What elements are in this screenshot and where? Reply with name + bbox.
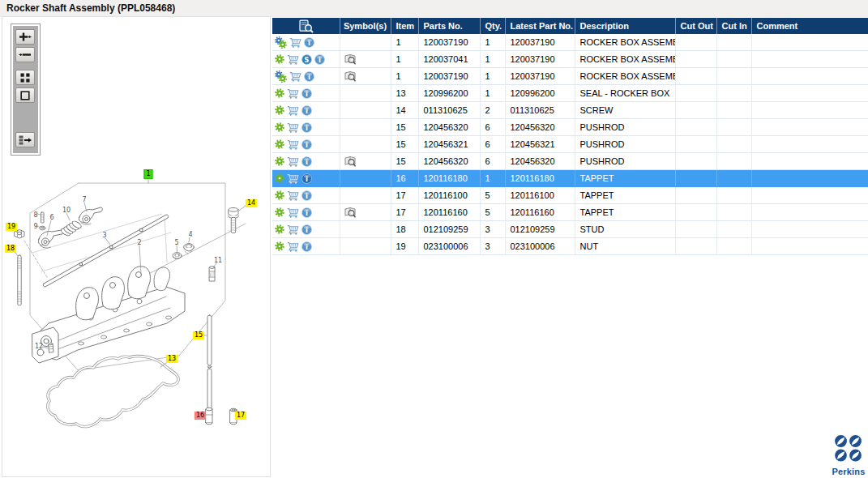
add-to-cart-icon[interactable]	[289, 37, 301, 48]
cell-comment	[751, 68, 868, 85]
table-row[interactable]: i11200371901120037190ROCKER BOX ASSEMBLY	[272, 34, 868, 51]
cell-comment	[751, 170, 868, 187]
part-callout-15[interactable]: 15	[193, 331, 204, 339]
part-callout-19[interactable]: 19	[6, 223, 17, 231]
part-callout-16[interactable]: 16	[195, 412, 206, 420]
info-icon[interactable]: i	[304, 37, 314, 48]
column-header-comment[interactable]: Comment	[751, 18, 868, 34]
info-icon[interactable]: i	[301, 207, 312, 218]
cell-symbols	[340, 170, 391, 187]
add-to-cart-icon[interactable]	[287, 88, 299, 99]
info-icon[interactable]: i	[301, 139, 312, 150]
info-icon[interactable]: i	[301, 241, 312, 252]
info-icon[interactable]: i	[304, 71, 314, 82]
table-row[interactable]: i190231000063023100006NUT	[272, 238, 868, 255]
dock-panel-icon	[18, 134, 32, 147]
add-to-list-gear-icon[interactable]	[275, 122, 284, 132]
info-icon[interactable]: i	[301, 224, 312, 235]
add-to-cart-icon[interactable]	[287, 190, 299, 201]
row-action-icons: i	[272, 119, 340, 136]
zoom-out-button[interactable]	[15, 47, 35, 62]
parts-book-icon[interactable]	[344, 207, 357, 219]
assembly-gears-icon[interactable]	[275, 36, 287, 49]
add-to-list-gear-icon[interactable]	[275, 190, 284, 200]
add-to-cart-icon[interactable]	[287, 122, 299, 133]
add-to-cart-icon[interactable]	[287, 173, 299, 184]
add-to-list-gear-icon[interactable]	[275, 173, 284, 183]
tile-view-button[interactable]	[15, 70, 35, 85]
parts-book-icon[interactable]	[344, 70, 357, 83]
info-icon[interactable]: i	[301, 156, 312, 167]
info-icon[interactable]: i	[301, 173, 312, 184]
part-callout-17[interactable]: 17	[235, 412, 246, 420]
table-row[interactable]: i 151204563206120456320PUSHROD	[272, 153, 868, 170]
add-to-cart-icon[interactable]	[287, 207, 299, 218]
column-header-description[interactable]: Description	[575, 18, 675, 34]
table-row[interactable]: i131209962001120996200SEAL - ROCKER BOX	[272, 85, 868, 102]
info-icon[interactable]: i	[301, 190, 312, 201]
cell-item: 16	[391, 170, 418, 187]
table-row[interactable]: i 171201161605120116160TAPPET	[272, 204, 868, 221]
cell-parts-no: 120456320	[418, 119, 480, 136]
row-action-icons: S i	[272, 51, 340, 68]
cell-latest-part-no: 120116180	[505, 170, 575, 187]
table-row[interactable]: i151204563206120456320PUSHROD	[272, 119, 868, 136]
svg-text:i: i	[306, 89, 308, 97]
cell-cut-out	[675, 238, 716, 255]
part-callout-14[interactable]: 14	[246, 199, 257, 207]
column-header-cut-out[interactable]: Cut Out	[675, 18, 716, 34]
add-to-cart-icon[interactable]	[289, 71, 301, 82]
add-to-list-gear-icon[interactable]	[275, 156, 284, 166]
zoom-in-icon	[18, 31, 32, 44]
info-icon[interactable]: i	[301, 105, 312, 116]
part-callout-3: 3	[100, 232, 108, 240]
add-to-list-gear-icon[interactable]	[275, 207, 284, 217]
table-row[interactable]: i 11200371901120037190ROCKER BOX ASSEMBL…	[272, 68, 868, 85]
add-to-cart-icon[interactable]	[287, 105, 299, 116]
add-to-list-gear-icon[interactable]	[275, 88, 284, 98]
parts-book-icon[interactable]	[344, 53, 357, 66]
column-header-parts-no[interactable]: Parts No.	[418, 18, 480, 34]
add-to-cart-icon[interactable]	[287, 241, 299, 252]
fit-view-button[interactable]	[15, 87, 35, 103]
column-header-latest-part-no[interactable]: Latest Part No.	[505, 18, 575, 34]
info-icon[interactable]: i	[314, 54, 325, 65]
zoom-in-button[interactable]	[15, 29, 35, 45]
add-to-cart-icon[interactable]	[287, 224, 299, 235]
add-to-cart-icon[interactable]	[287, 156, 299, 167]
add-to-list-gear-icon[interactable]	[275, 224, 284, 234]
table-row[interactable]: i140113106252011310625SCREW	[272, 102, 868, 119]
column-header-symbols[interactable]: Symbol(s)	[340, 18, 391, 34]
add-to-list-gear-icon[interactable]	[275, 105, 284, 115]
part-callout-1[interactable]: 1	[143, 169, 152, 179]
add-to-list-gear-icon[interactable]	[275, 241, 284, 251]
cell-parts-no: 120116160	[418, 204, 480, 221]
part-callout-18[interactable]: 18	[5, 245, 16, 253]
svg-text:i: i	[306, 106, 308, 114]
dock-panel-button[interactable]	[15, 132, 35, 147]
assembly-gears-icon[interactable]	[275, 70, 287, 83]
svg-text:i: i	[306, 157, 308, 165]
table-row[interactable]: i161201161801120116180TAPPET	[272, 170, 868, 187]
table-row[interactable]: i180121092593012109259STUD	[272, 221, 868, 238]
add-to-cart-icon[interactable]	[287, 54, 299, 65]
add-to-list-gear-icon[interactable]	[275, 54, 284, 64]
column-header-item[interactable]: Item	[391, 18, 418, 34]
superseded-icon[interactable]: S	[301, 54, 312, 65]
parts-book-icon[interactable]	[344, 156, 357, 168]
column-header-cut-in[interactable]: Cut In	[716, 18, 751, 34]
table-header-row: Symbol(s) Item Parts No. Qty. Latest Par…	[272, 18, 868, 34]
part-callout-13[interactable]: 13	[166, 355, 177, 363]
part-callout-8: 8	[32, 211, 39, 220]
row-action-icons: i	[272, 153, 340, 170]
info-icon[interactable]: i	[301, 88, 312, 99]
table-row[interactable]: i151204563216120456321PUSHROD	[272, 136, 868, 153]
cell-comment	[751, 51, 868, 68]
add-to-list-gear-icon[interactable]	[275, 139, 284, 149]
info-icon[interactable]: i	[301, 122, 312, 133]
table-row[interactable]: i171201161005120116100TAPPET	[272, 187, 868, 204]
add-to-cart-icon[interactable]	[287, 139, 299, 150]
table-row[interactable]: S i 11200370411120037190ROCKER BOX ASSEM…	[272, 51, 868, 68]
svg-text:i: i	[308, 72, 310, 80]
column-header-qty[interactable]: Qty.	[480, 18, 505, 34]
